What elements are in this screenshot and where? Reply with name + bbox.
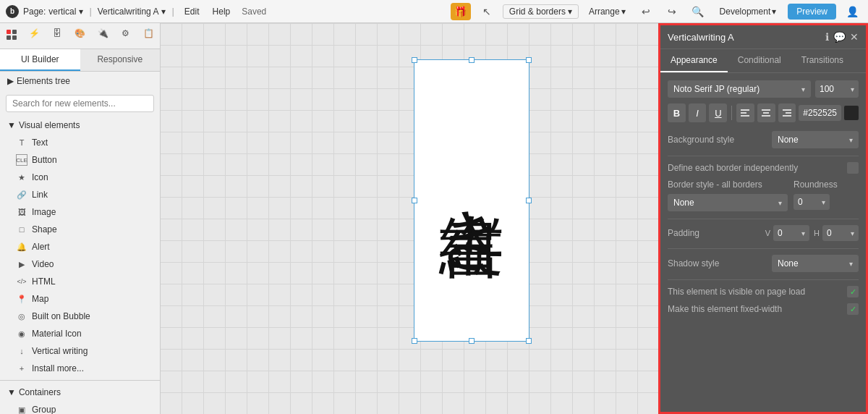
element-text[interactable]: T Text bbox=[0, 134, 160, 151]
padding-v-select[interactable]: 0 ▾ bbox=[773, 225, 809, 241]
padding-h-select[interactable]: 0 ▾ bbox=[822, 225, 859, 241]
font-size-select[interactable]: 100 ▾ bbox=[815, 80, 859, 98]
color-swatch[interactable] bbox=[844, 106, 859, 120]
selected-element[interactable]: 縦書き bbox=[414, 59, 529, 342]
grid-label: Grid & borders bbox=[509, 7, 566, 17]
visible-checkbox[interactable]: ✓ bbox=[847, 286, 859, 297]
shadow-style-select[interactable]: None ▾ bbox=[772, 255, 859, 272]
tab-transitions[interactable]: Transitions bbox=[791, 49, 854, 72]
redo-icon[interactable]: ↪ bbox=[662, 4, 682, 20]
resize-handle-mr[interactable] bbox=[526, 198, 532, 203]
containers-header[interactable]: ▼ Containers bbox=[0, 384, 160, 401]
resize-handle-bm[interactable] bbox=[469, 338, 475, 344]
sidebar-design-icon[interactable] bbox=[0, 23, 23, 48]
grid-borders-button[interactable]: Grid & borders ▾ bbox=[503, 4, 579, 19]
border-style-select[interactable]: None ▾ bbox=[668, 194, 788, 211]
element-material-icon[interactable]: ◉ Material Icon bbox=[0, 325, 160, 342]
separator4 bbox=[668, 279, 859, 280]
align-right-button[interactable] bbox=[778, 104, 796, 122]
canvas-element-text: 縦書き bbox=[439, 164, 504, 238]
element-icon[interactable]: ★ Icon bbox=[0, 169, 160, 186]
elements-tree-toggle[interactable]: ▶ Elements tree bbox=[0, 72, 160, 90]
padding-row: Padding V 0 ▾ H 0 ▾ bbox=[668, 225, 859, 241]
font-select[interactable]: Noto Serif JP (regular) ▾ bbox=[668, 80, 811, 98]
resize-handle-br[interactable] bbox=[526, 338, 532, 344]
page-label: Page: bbox=[23, 7, 46, 17]
element-shape[interactable]: □ Shape bbox=[0, 221, 160, 238]
element-video[interactable]: ▶ Video bbox=[0, 255, 160, 273]
element-image[interactable]: 🖼 Image bbox=[0, 203, 160, 221]
fixed-width-label: Make this element fixed-width bbox=[668, 304, 847, 314]
color-hex-value[interactable]: #252525 bbox=[799, 105, 841, 121]
border-style-value: None bbox=[673, 198, 694, 208]
undo-icon[interactable]: ↩ bbox=[636, 4, 656, 20]
doc-selector[interactable]: Verticalwriting A ▾ bbox=[98, 7, 166, 17]
visual-elements-header[interactable]: ▼ Visual elements bbox=[0, 117, 160, 134]
roundness-value: 0 bbox=[798, 197, 803, 207]
edit-menu[interactable]: Edit bbox=[180, 5, 204, 18]
element-map[interactable]: 📍 Map bbox=[0, 290, 160, 308]
canvas-area[interactable]: 縦書き bbox=[161, 23, 658, 414]
sidebar-settings-icon[interactable]: ⚙ bbox=[114, 23, 137, 48]
sidebar-workflow-icon[interactable]: ⚡ bbox=[23, 23, 46, 48]
sidebar-plugins-icon[interactable]: 🔌 bbox=[91, 23, 114, 48]
italic-button[interactable]: I bbox=[689, 104, 707, 122]
element-link[interactable]: 🔗 Link bbox=[0, 186, 160, 203]
resize-handle-tl[interactable] bbox=[412, 57, 417, 63]
page-selector[interactable]: Page: vertical ▾ bbox=[23, 7, 83, 17]
padding-label: Padding bbox=[668, 228, 761, 238]
arrange-button[interactable]: Arrange ▾ bbox=[584, 5, 630, 18]
tab-responsive[interactable]: Responsive bbox=[80, 49, 161, 71]
align-center-button[interactable] bbox=[757, 104, 775, 122]
element-vertical-writing[interactable]: ↓ Vertical writing bbox=[0, 342, 160, 360]
cursor-icon[interactable]: ↖ bbox=[477, 4, 497, 20]
element-button[interactable]: CLE Button bbox=[0, 151, 160, 169]
vertical-writing-icon: ↓ bbox=[16, 345, 27, 357]
shadow-style-label: Shadow style bbox=[668, 258, 772, 269]
resize-handle-bl[interactable] bbox=[412, 338, 417, 344]
tab-conditional[interactable]: Conditional bbox=[728, 49, 791, 72]
align-left-button[interactable] bbox=[736, 104, 754, 122]
search-input[interactable] bbox=[6, 95, 154, 112]
sidebar-data-icon[interactable]: 🗄 bbox=[46, 23, 69, 48]
development-button[interactable]: Development ▾ bbox=[714, 5, 783, 18]
padding-h-area: H 0 ▾ bbox=[814, 225, 859, 241]
tab-appearance[interactable]: Appearance bbox=[660, 49, 728, 72]
background-style-row: Background style None ▾ bbox=[668, 131, 859, 148]
roundness-select[interactable]: 0 ▾ bbox=[793, 194, 830, 210]
resize-handle-tm[interactable] bbox=[469, 57, 475, 63]
separator1 bbox=[668, 156, 859, 156]
info-icon[interactable]: ℹ bbox=[825, 31, 829, 43]
gift-icon[interactable]: 🎁 bbox=[451, 3, 471, 20]
fixed-width-checkbox[interactable]: ✓ bbox=[847, 303, 859, 315]
bubble-icon: ◎ bbox=[16, 310, 27, 322]
search-icon[interactable]: 🔍 bbox=[688, 4, 708, 20]
background-style-select[interactable]: None ▾ bbox=[772, 131, 859, 148]
sidebar-logs-icon[interactable]: 📋 bbox=[137, 23, 160, 48]
help-menu[interactable]: Help bbox=[208, 5, 235, 18]
define-border-checkbox[interactable] bbox=[847, 162, 859, 174]
container-group[interactable]: ▣ Group bbox=[0, 401, 160, 414]
bold-button[interactable]: B bbox=[668, 104, 686, 122]
element-alert[interactable]: 🔔 Alert bbox=[0, 238, 160, 255]
shadow-style-chevron-icon: ▾ bbox=[849, 260, 853, 268]
svg-rect-2 bbox=[7, 35, 11, 40]
resize-handle-tr[interactable] bbox=[526, 57, 532, 63]
search-box bbox=[6, 95, 154, 112]
padding-v-area: V 0 ▾ bbox=[765, 225, 809, 241]
close-icon[interactable]: ✕ bbox=[850, 31, 859, 43]
tab-ui-builder[interactable]: UI Builder bbox=[0, 49, 80, 71]
underline-button[interactable]: U bbox=[709, 104, 727, 122]
color-section: #252525 bbox=[799, 105, 859, 121]
element-built-on-bubble[interactable]: ◎ Built on Bubble bbox=[0, 308, 160, 325]
preview-button[interactable]: Preview bbox=[788, 4, 836, 20]
main-layout: ⚡ 🗄 🎨 🔌 ⚙ 📋 UI Builder Responsive ▶ Elem… bbox=[0, 23, 868, 414]
page-chevron: ▾ bbox=[79, 7, 83, 17]
user-avatar[interactable]: 👤 bbox=[842, 4, 862, 20]
sidebar-styles-icon[interactable]: 🎨 bbox=[69, 23, 92, 48]
border-style-chevron-icon: ▾ bbox=[778, 199, 782, 207]
element-install-more[interactable]: + Install more... bbox=[0, 360, 160, 377]
element-html[interactable]: </> HTML bbox=[0, 273, 160, 290]
chat-icon[interactable]: 💬 bbox=[833, 31, 846, 43]
resize-handle-ml[interactable] bbox=[412, 198, 417, 203]
